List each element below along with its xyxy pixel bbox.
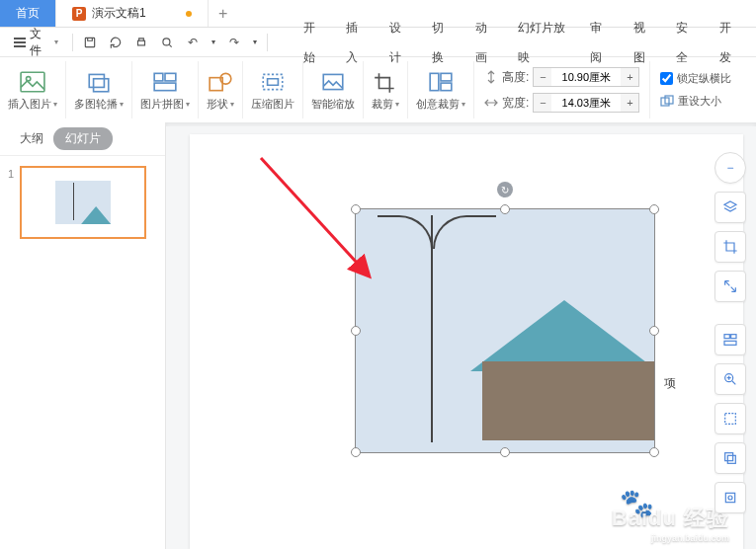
redo-button[interactable]: ↷: [223, 32, 245, 53]
save-button[interactable]: [79, 32, 101, 53]
width-minus-button[interactable]: −: [534, 94, 551, 112]
thumbnail-preview: [55, 181, 111, 224]
layers-button[interactable]: [714, 192, 746, 223]
lock-ratio-label: 锁定纵横比: [677, 71, 731, 86]
side-tab-outline[interactable]: 大纲: [20, 130, 43, 147]
print-button[interactable]: [130, 32, 152, 53]
resize-handle-mr[interactable]: [649, 326, 659, 336]
slide-thumbnail[interactable]: [20, 166, 146, 239]
resize-handle-tr[interactable]: [649, 204, 659, 214]
resize-handle-tm[interactable]: [500, 204, 510, 214]
new-tab-button[interactable]: +: [209, 0, 238, 27]
slide-pane: 大纲 幻灯片 1: [0, 122, 166, 549]
height-plus-button[interactable]: +: [621, 68, 638, 86]
group-multi-contour[interactable]: 多图轮播▾: [66, 61, 132, 118]
lock-ratio-input[interactable]: [660, 72, 673, 85]
group-creative-crop-label: 创意裁剪: [416, 97, 460, 112]
group-compress[interactable]: 压缩图片: [243, 61, 303, 118]
menubar: 文件 ▾ ↶ ▾ ↷ ▾ 开始 插入 设计 切换 动画 幻灯片放映 审阅 视图 …: [0, 28, 756, 57]
chevron-down-icon: ▾: [120, 100, 124, 109]
lock-ratio-checkbox[interactable]: 锁定纵横比: [660, 71, 731, 86]
width-plus-button[interactable]: +: [621, 94, 638, 112]
zoom-button[interactable]: [714, 363, 746, 395]
height-minus-button[interactable]: −: [534, 68, 551, 86]
ribbon-tab-security[interactable]: 安全: [664, 13, 708, 72]
align-button[interactable]: [714, 324, 746, 355]
svg-rect-12: [263, 74, 283, 89]
svg-rect-15: [441, 73, 452, 81]
settings-button[interactable]: [714, 482, 746, 513]
crop-tool-button[interactable]: [714, 231, 746, 263]
chevron-down-icon: ▾: [395, 100, 399, 109]
size-group: 高度: − + 宽度: − +: [474, 61, 650, 118]
picture-content: [356, 209, 654, 452]
height-input[interactable]: [551, 68, 621, 86]
svg-rect-13: [323, 74, 343, 89]
lamp-arm: [433, 215, 496, 249]
group-insert-pic[interactable]: 插入图片▾: [0, 61, 66, 118]
reset-size-button[interactable]: 重设大小: [660, 94, 731, 109]
reset-icon: [660, 95, 674, 109]
compress-icon: [259, 69, 287, 95]
resize-handle-bm[interactable]: [500, 447, 510, 457]
divider: [72, 34, 73, 51]
group-smart-zoom-label: 智能缩放: [311, 97, 355, 112]
workarea: 大纲 幻灯片 1: [0, 122, 756, 549]
svg-rect-3: [21, 72, 44, 92]
svg-rect-6: [94, 78, 109, 91]
undo-dropdown[interactable]: ▾: [208, 32, 219, 53]
duplicate-button[interactable]: [714, 442, 746, 474]
tab-document[interactable]: P 演示文稿1: [56, 0, 209, 27]
width-label: 宽度:: [502, 95, 529, 112]
svg-rect-8: [165, 73, 176, 81]
svg-rect-0: [85, 38, 94, 46]
resize-handle-ml[interactable]: [351, 326, 361, 336]
svg-rect-7: [154, 73, 163, 81]
shape-icon: [207, 69, 234, 95]
group-multi-contour-label: 多图轮播: [74, 97, 118, 112]
collapse-button[interactable]: −: [714, 152, 746, 184]
canvas-area[interactable]: ↻ 项 🐾 Baidu 经验 jingyan.baidu.com: [166, 122, 756, 549]
group-shape[interactable]: 形状▾: [199, 61, 243, 118]
tile-icon: [151, 69, 179, 95]
height-spinner[interactable]: − +: [533, 67, 639, 87]
svg-rect-21: [731, 335, 736, 339]
carousel-icon: [85, 69, 113, 95]
resize-handle-tl[interactable]: [351, 204, 361, 214]
side-tabs: 大纲 幻灯片: [0, 122, 165, 156]
svg-point-2: [163, 38, 170, 44]
group-pic-tile[interactable]: 图片拼图▾: [132, 61, 199, 118]
image-icon: [19, 69, 46, 95]
presentation-icon: P: [72, 7, 86, 21]
rotate-handle[interactable]: ↻: [497, 182, 513, 197]
slide-canvas[interactable]: ↻ 项 🐾 Baidu 经验 jingyan.baidu.com: [190, 134, 743, 549]
watermark-sub: jingyan.baidu.com: [651, 533, 729, 543]
select-button[interactable]: [714, 403, 746, 434]
ribbon-tab-develop[interactable]: 开发: [708, 13, 751, 72]
expand-button[interactable]: [714, 271, 746, 302]
side-tab-slides[interactable]: 幻灯片: [53, 127, 113, 150]
undo-button[interactable]: ↶: [182, 32, 204, 53]
svg-point-28: [728, 496, 732, 500]
width-icon: [484, 96, 498, 110]
width-input[interactable]: [551, 94, 621, 112]
file-menu[interactable]: 文件 ▾: [6, 26, 66, 59]
smart-zoom-icon: [319, 69, 347, 95]
svg-rect-20: [724, 335, 729, 339]
group-creative-crop[interactable]: 创意裁剪▾: [408, 61, 474, 118]
group-crop[interactable]: 裁剪▾: [364, 61, 408, 118]
group-smart-zoom[interactable]: 智能缩放: [303, 61, 364, 118]
group-shape-label: 形状: [207, 97, 228, 112]
width-spinner[interactable]: − +: [533, 93, 639, 113]
svg-rect-14: [430, 73, 439, 90]
resize-handle-bl[interactable]: [351, 447, 361, 457]
group-insert-pic-label: 插入图片: [8, 97, 51, 112]
tab-home[interactable]: 首页: [0, 0, 56, 27]
selected-picture[interactable]: ↻: [356, 209, 654, 452]
resize-handle-br[interactable]: [649, 447, 659, 457]
svg-rect-27: [725, 493, 734, 502]
preview-button[interactable]: [156, 32, 178, 53]
redo-dropdown[interactable]: ▾: [249, 32, 261, 53]
slide-thumb-1[interactable]: 1: [8, 166, 157, 239]
refresh-button[interactable]: [105, 32, 126, 53]
